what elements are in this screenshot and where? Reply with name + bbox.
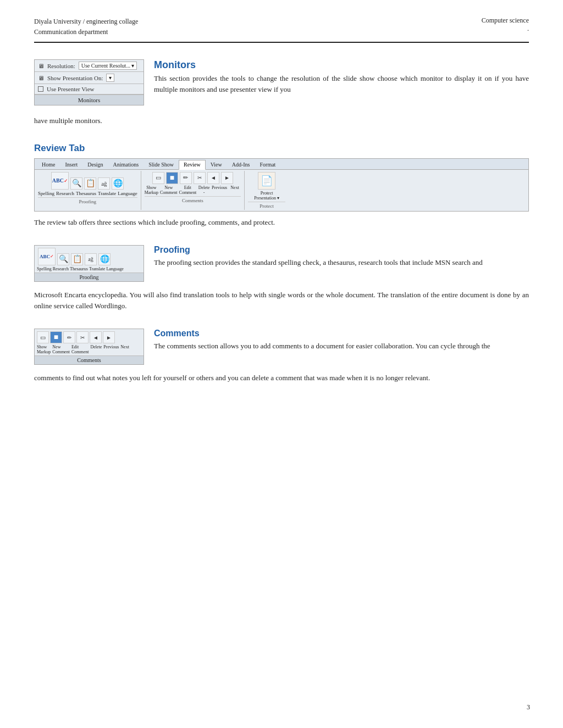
header-right: Computer science . xyxy=(482,16,529,33)
thesaurus-icon[interactable]: 📋 xyxy=(84,177,96,190)
monitors-heading: Monitors xyxy=(154,59,529,71)
proofing-continue: Microsoft Encarta encyclopedia. You will… xyxy=(34,290,529,313)
tab-slideshow[interactable]: Slide Show xyxy=(143,160,179,169)
ribbon-group-comments: ▭ ■ ✏ ✂ ◄ ► ShowMarkup NewComment EditCo… xyxy=(141,171,245,210)
comments-widget-icons: ▭ ■ ✏ ✂ ◄ ► xyxy=(35,329,143,344)
comments-text: Comments The comments section allows you… xyxy=(154,329,490,352)
resolution-value[interactable]: Use Current Resolut... ▾ xyxy=(79,62,137,70)
protect-labels: ProtectPresentation ▾ xyxy=(254,191,279,201)
proofing-section: ABC✓ 🔍 📋 ağ 🌐 Spelling Research Thesauru… xyxy=(34,245,529,282)
proofing-thesaurus-icon[interactable]: 📋 xyxy=(71,253,83,265)
next-label: Next xyxy=(229,185,241,195)
header-left: Diyala University / engineering collage … xyxy=(34,16,138,37)
ribbon: Home Insert Design Animations Slide Show… xyxy=(34,158,529,212)
research-label: Research xyxy=(56,191,74,196)
tab-insert[interactable]: Insert xyxy=(60,160,82,169)
protect-icon[interactable]: 📄 xyxy=(258,172,275,190)
cw-new-icon[interactable]: ■ xyxy=(50,331,62,343)
tab-animations[interactable]: Animations xyxy=(108,160,144,169)
proofing-text: Proofing The proofing section provides t… xyxy=(154,245,483,268)
research-icon[interactable]: 🔍 xyxy=(70,177,82,190)
delete-label: Delete- xyxy=(198,185,210,195)
proofing-spell-icon[interactable]: ABC✓ xyxy=(38,248,56,265)
proofing-language-icon[interactable]: 🌐 xyxy=(98,253,111,265)
translate-icon[interactable]: ağ xyxy=(98,177,110,190)
show-value[interactable]: ▾ xyxy=(106,74,114,82)
monitors-text-main: This section provides the tools to chang… xyxy=(154,73,529,95)
comments-icons: ▭ ■ ✏ ✂ ◄ ► xyxy=(152,172,233,184)
proofing-translate-icon[interactable]: ağ xyxy=(85,253,97,265)
show-markup-label: ShowMarkup xyxy=(145,185,158,195)
tab-addins[interactable]: Add-Ins xyxy=(227,160,255,169)
comments-widget-labels: ShowMarkup NewComment EditComment Delete… xyxy=(35,344,143,355)
tab-review[interactable]: Review xyxy=(179,160,206,170)
proofing-labels: Spelling Research Thesaurus Translate La… xyxy=(38,191,137,196)
review-text: The review tab offers three sections whi… xyxy=(34,217,529,229)
show-label: Show Presentation On: xyxy=(47,75,103,81)
cw-show-icon[interactable]: ▭ xyxy=(37,331,49,343)
proofing-widget-footer: Proofing xyxy=(35,273,143,281)
edit-comment-label: EditComment xyxy=(179,185,197,195)
comments-heading: Comments xyxy=(154,329,490,338)
edit-comment-icon[interactable]: ✏ xyxy=(180,172,192,184)
resolution-row: 🖥 Resolution: Use Current Resolut... ▾ xyxy=(35,60,143,72)
comments-section: ▭ ■ ✏ ✂ ◄ ► ShowMarkup NewComment EditCo… xyxy=(34,329,529,365)
previous-label: Previous xyxy=(212,185,227,195)
presenter-label: Use Presenter View xyxy=(47,86,95,92)
protect-label: ProtectPresentation ▾ xyxy=(254,191,279,201)
comments-text-main: The comments section allows you to add c… xyxy=(154,341,490,352)
previous-icon[interactable]: ◄ xyxy=(207,172,219,184)
proofing-widget-labels: Spelling Research Thesaurus Translate La… xyxy=(35,266,143,273)
comments-labels: ShowMarkup NewComment EditComment Delete… xyxy=(145,185,241,195)
thesaurus-label: Thesaurus xyxy=(76,191,96,196)
show-pres-icon: 🖥 xyxy=(38,75,44,81)
page-header: Diyala University / engineering collage … xyxy=(34,16,529,43)
review-tab-heading: Review Tab xyxy=(34,143,529,154)
presenter-checkbox[interactable] xyxy=(38,86,43,92)
show-markup-icon[interactable]: ▭ xyxy=(152,172,164,184)
tab-design[interactable]: Design xyxy=(82,160,108,169)
cw-prev-icon[interactable]: ◄ xyxy=(90,331,102,343)
proofing-group-name: Proofing xyxy=(38,197,137,204)
language-icon[interactable]: 🌐 xyxy=(112,177,124,190)
ribbon-group-proofing: ABC✓ 🔍 📋 ağ 🌐 Spelling Research Thesauru… xyxy=(35,171,141,210)
comments-widget-footer: Comments xyxy=(35,355,143,364)
cw-edit-icon[interactable]: ✏ xyxy=(63,331,75,343)
spelling-label: Spelling xyxy=(38,191,54,196)
next-icon[interactable]: ► xyxy=(221,172,233,184)
show-presentation-row: 🖥 Show Presentation On: ▾ xyxy=(35,72,143,84)
new-comment-icon[interactable]: ■ xyxy=(166,172,178,184)
language-label: Language xyxy=(118,191,137,196)
proofing-text-main: The proofing section provides the standa… xyxy=(154,257,483,268)
college-name: Computer science xyxy=(482,16,529,25)
protect-icons: 📄 xyxy=(258,172,275,190)
comments-continue: comments to find out what notes you left… xyxy=(34,373,529,384)
translate-label: Translate xyxy=(98,191,116,196)
review-tab-section: Review Tab Home Insert Design Animations… xyxy=(34,143,529,229)
cw-next-icon[interactable]: ► xyxy=(103,331,115,343)
page-number: 3 xyxy=(527,703,530,712)
monitors-description: Monitors This section provides the tools… xyxy=(154,59,529,95)
monitors-widget-footer: Monitors xyxy=(35,95,143,105)
monitors-section: 🖥 Resolution: Use Current Resolut... ▾ 🖥… xyxy=(34,59,529,105)
new-comment-label: NewComment xyxy=(160,185,178,195)
proofing-icons: ABC✓ 🔍 📋 ağ 🌐 xyxy=(51,172,124,190)
delete-icon[interactable]: ✂ xyxy=(194,172,206,184)
resolution-label: Resolution: xyxy=(47,63,75,69)
spelling-icon[interactable]: ABC✓ xyxy=(51,172,69,190)
tab-home[interactable]: Home xyxy=(37,160,60,169)
monitors-widget: 🖥 Resolution: Use Current Resolut... ▾ 🖥… xyxy=(34,59,144,105)
ribbon-body: ABC✓ 🔍 📋 ağ 🌐 Spelling Research Thesauru… xyxy=(35,170,528,211)
tab-view[interactable]: View xyxy=(206,160,227,169)
ribbon-tabs: Home Insert Design Animations Slide Show… xyxy=(35,159,528,170)
proofing-research-icon[interactable]: 🔍 xyxy=(57,253,69,265)
tab-format[interactable]: Format xyxy=(255,160,280,169)
proofing-widget-icons: ABC✓ 🔍 📋 ağ 🌐 xyxy=(35,246,143,266)
protect-group-name: Protect xyxy=(248,202,285,209)
comments-widget: ▭ ■ ✏ ✂ ◄ ► ShowMarkup NewComment EditCo… xyxy=(34,329,144,365)
university-name: Diyala University / engineering collage xyxy=(34,16,138,27)
department-name: Communication department xyxy=(34,27,138,37)
proofing-heading: Proofing xyxy=(154,245,483,255)
cw-del-icon[interactable]: ✂ xyxy=(76,331,89,343)
presenter-view-row: Use Presenter View xyxy=(35,84,143,95)
